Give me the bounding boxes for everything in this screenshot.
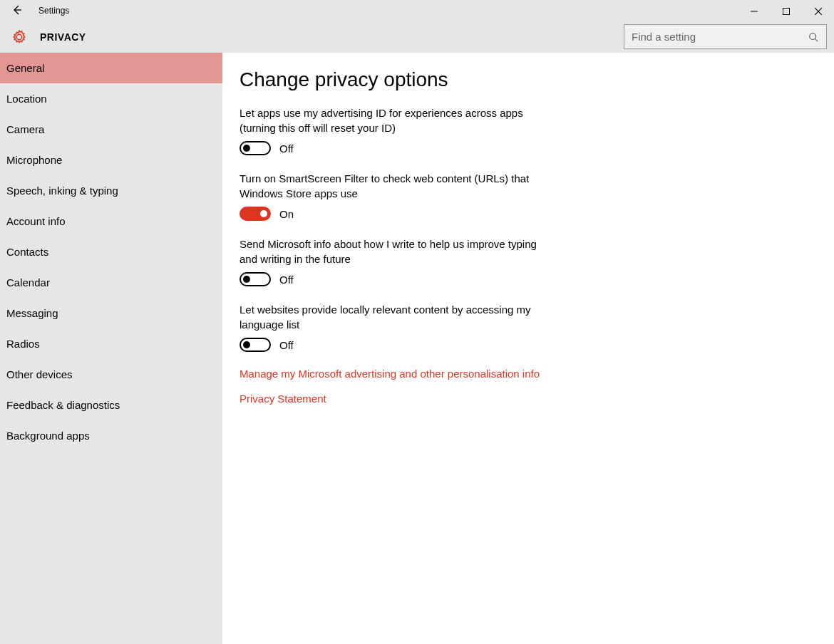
search-box[interactable] xyxy=(624,24,827,49)
sidebar-item-other-devices[interactable]: Other devices xyxy=(0,359,222,390)
sidebar-item-label: Calendar xyxy=(6,276,50,289)
option-typing-info: Send Microsoft info about how I write to… xyxy=(240,237,539,286)
sidebar-item-label: Camera xyxy=(6,123,44,135)
titlebar: Settings xyxy=(0,0,834,21)
search-input[interactable] xyxy=(632,31,808,43)
maximize-icon xyxy=(783,5,790,17)
minimize-button[interactable] xyxy=(738,0,770,21)
option-smartscreen: Turn on SmartScreen Filter to check web … xyxy=(240,171,539,221)
close-icon xyxy=(815,5,822,17)
option-desc: Let apps use my advertising ID for exper… xyxy=(240,105,539,135)
maximize-button[interactable] xyxy=(770,0,802,21)
sidebar-item-label: General xyxy=(6,62,44,74)
content-panel: Change privacy options Let apps use my a… xyxy=(222,53,834,644)
gear-icon xyxy=(11,29,27,45)
sidebar-item-radios[interactable]: Radios xyxy=(0,328,222,359)
sidebar-item-label: Other devices xyxy=(6,368,73,380)
toggle-state-label: Off xyxy=(279,274,294,286)
minimize-icon xyxy=(751,5,758,17)
option-advertising-id: Let apps use my advertising ID for exper… xyxy=(240,105,539,155)
sidebar-item-location[interactable]: Location xyxy=(0,83,222,114)
close-button[interactable] xyxy=(802,0,834,21)
sidebar-item-label: Location xyxy=(6,93,47,105)
svg-line-5 xyxy=(815,38,818,41)
sidebar-item-background-apps[interactable]: Background apps xyxy=(0,420,222,451)
search-icon xyxy=(808,31,819,43)
sidebar-item-feedback[interactable]: Feedback & diagnostics xyxy=(0,390,222,420)
sidebar-item-contacts[interactable]: Contacts xyxy=(0,237,222,267)
sidebar-item-general[interactable]: General xyxy=(0,53,222,83)
sidebar-item-label: Messaging xyxy=(6,307,58,319)
option-language-list: Let websites provide locally relevant co… xyxy=(240,302,539,352)
link-manage-advertising[interactable]: Manage my Microsoft advertising and othe… xyxy=(240,368,817,380)
back-button[interactable] xyxy=(0,0,34,21)
sidebar-item-messaging[interactable]: Messaging xyxy=(0,298,222,328)
sidebar-item-label: Background apps xyxy=(6,430,90,442)
page-title: PRIVACY xyxy=(40,31,86,43)
toggle-state-label: Off xyxy=(279,339,294,351)
toggle-advertising-id[interactable] xyxy=(240,141,271,155)
toggle-smartscreen[interactable] xyxy=(240,207,271,221)
content-heading: Change privacy options xyxy=(240,68,817,91)
sidebar-item-account-info[interactable]: Account info xyxy=(0,206,222,237)
toggle-language-list[interactable] xyxy=(240,338,271,352)
toggle-typing-info[interactable] xyxy=(240,272,271,286)
sidebar-item-label: Radios xyxy=(6,338,40,350)
sidebar-item-label: Contacts xyxy=(6,246,48,258)
sidebar-item-label: Feedback & diagnostics xyxy=(6,399,120,411)
toggle-state-label: On xyxy=(279,208,294,220)
sidebar-item-label: Microphone xyxy=(6,154,62,166)
sidebar-item-microphone[interactable]: Microphone xyxy=(0,145,222,175)
option-desc: Let websites provide locally relevant co… xyxy=(240,302,539,332)
sidebar-item-camera[interactable]: Camera xyxy=(0,114,222,145)
svg-point-4 xyxy=(810,33,816,39)
sidebar-item-speech[interactable]: Speech, inking & typing xyxy=(0,175,222,206)
sidebar-item-label: Speech, inking & typing xyxy=(6,185,118,197)
link-privacy-statement[interactable]: Privacy Statement xyxy=(240,393,817,405)
window-controls xyxy=(738,0,834,21)
subheader: PRIVACY xyxy=(0,21,834,53)
toggle-state-label: Off xyxy=(279,142,294,155)
option-desc: Send Microsoft info about how I write to… xyxy=(240,237,539,266)
option-desc: Turn on SmartScreen Filter to check web … xyxy=(240,171,539,201)
back-arrow-icon xyxy=(11,4,23,18)
sidebar-item-calendar[interactable]: Calendar xyxy=(0,267,222,298)
sidebar: General Location Camera Microphone Speec… xyxy=(0,53,222,644)
window-title: Settings xyxy=(34,6,69,16)
sidebar-item-label: Account info xyxy=(6,215,66,227)
svg-rect-1 xyxy=(783,8,789,14)
